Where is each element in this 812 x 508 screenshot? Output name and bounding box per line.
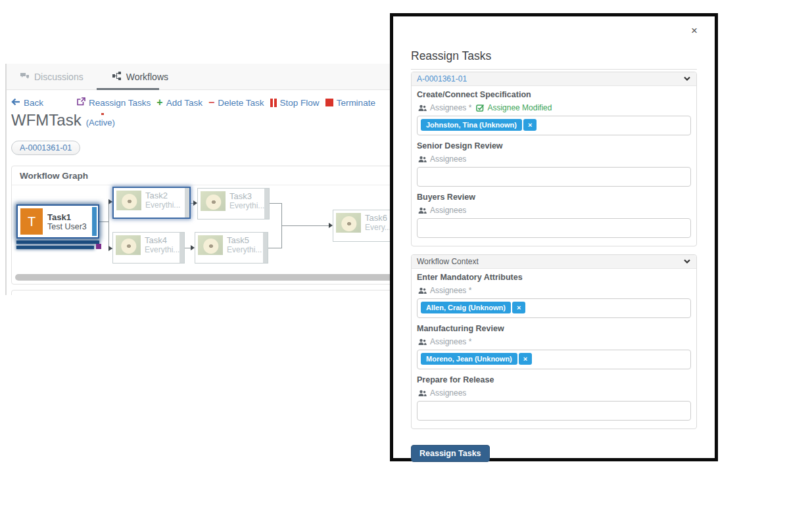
assignees-label-row: Assignees xyxy=(418,388,691,398)
task-name: Senior Design Review xyxy=(417,141,691,150)
assignees-label-row: Assignees * xyxy=(418,337,691,346)
task-node-subtitle: Everythi... xyxy=(145,200,180,210)
task-assign-block: Buyers Review Assignees xyxy=(417,193,691,238)
assignees-label: Assignees * xyxy=(430,286,471,295)
modal-title: Reassign Tasks xyxy=(411,49,697,63)
chip-remove-button[interactable]: × xyxy=(512,302,525,313)
stop-square-icon xyxy=(325,99,333,106)
task-node-task6[interactable]: Task6 Every... xyxy=(333,210,390,242)
assignees-input[interactable] xyxy=(417,167,691,187)
task-name: Buyers Review xyxy=(417,193,691,202)
connector-line xyxy=(108,202,109,249)
task-node-title: Task4 xyxy=(145,235,179,245)
assignee-chip[interactable]: Johnston, Tina (Unknown) × xyxy=(421,119,537,131)
tab-label: Discussions xyxy=(34,72,84,82)
assignee-chip[interactable]: Allen, Craig (Unknown) × xyxy=(421,302,525,313)
workflow-graph-panel: Workflow Graph T Task1 Test User3 xyxy=(11,166,390,285)
workflow-toolbar: Back Reassign Tasks + Add Task − Delete … xyxy=(11,97,381,108)
assignees-input[interactable] xyxy=(417,218,691,238)
terminate-button[interactable]: Terminate xyxy=(325,98,375,108)
stop-flow-button[interactable]: Stop Flow xyxy=(270,98,320,108)
users-icon xyxy=(418,338,427,346)
task-assign-block: Prepare for Release Assignees xyxy=(417,375,691,421)
flower-thumbnail xyxy=(116,191,141,210)
assignees-label: Assignees xyxy=(430,388,466,398)
task-node-subtitle: Everythi... xyxy=(229,201,264,210)
assignees-label: Assignees xyxy=(430,154,466,164)
chip-remove-button[interactable]: × xyxy=(523,119,537,131)
modal-divider xyxy=(411,69,697,70)
accordion-header-label: A-0001361-01 xyxy=(417,74,467,83)
tab-label: Workflows xyxy=(126,72,168,82)
task-node-task5[interactable]: Task5 Everythi... xyxy=(195,232,268,264)
task1-stack-layer xyxy=(16,241,99,244)
reassign-tasks-modal: × Reassign Tasks A-0001361-01 Create/Con… xyxy=(390,13,718,461)
users-icon xyxy=(418,156,427,163)
checkbox-checked-icon xyxy=(476,104,485,112)
assignees-input[interactable] xyxy=(417,401,691,421)
assignees-input[interactable]: Moreno, Jean (Unknown) × xyxy=(417,350,691,369)
assignees-label: Assignees xyxy=(430,206,466,215)
task-assign-block: Create/Connect Specification Assignees *… xyxy=(417,90,691,135)
connector-line xyxy=(270,203,281,204)
next-panel-sliver xyxy=(11,290,390,295)
task-node-assignee: Test User3 xyxy=(47,222,87,231)
task-assign-block: Senior Design Review Assignees xyxy=(417,141,691,187)
accordion-section-context: Workflow Context Enter Mandatory Attribu… xyxy=(411,254,697,429)
workflows-icon xyxy=(112,72,122,82)
task-node-task4[interactable]: Task4 Everythi... xyxy=(112,232,185,264)
pause-icon xyxy=(270,99,277,107)
assignee-chip-label: Allen, Craig (Unknown) xyxy=(421,302,511,313)
tab-workflows[interactable]: Workflows xyxy=(112,72,168,82)
task-node-strip xyxy=(179,233,184,263)
accordion-body: Create/Connect Specification Assignees *… xyxy=(412,86,696,246)
task-name: Prepare for Release xyxy=(417,375,691,384)
task-name: Create/Connect Specification xyxy=(417,90,691,99)
chevron-down-icon xyxy=(683,257,691,266)
connector-line xyxy=(281,225,329,226)
users-icon xyxy=(418,390,427,397)
accordion-header-item[interactable]: A-0001361-01 xyxy=(412,72,696,86)
flower-thumbnail xyxy=(336,213,361,233)
page-title-row: WFMTask (Active) xyxy=(11,111,115,129)
task-node-task3[interactable]: Task3 Everythi... xyxy=(197,188,270,219)
item-badge[interactable]: A-0001361-01 xyxy=(11,141,80,155)
discussions-icon xyxy=(20,72,30,82)
close-icon[interactable]: × xyxy=(691,24,698,37)
task-node-strip xyxy=(185,188,189,218)
back-button[interactable]: Back xyxy=(11,98,43,108)
task-node-strip xyxy=(264,189,269,219)
assignee-chip-label: Johnston, Tina (Unknown) xyxy=(421,119,522,131)
task1-marker xyxy=(96,244,101,249)
assignees-input[interactable]: Allen, Craig (Unknown) × xyxy=(417,298,691,318)
task-node-task2[interactable]: Task2 Everythi... xyxy=(112,187,191,219)
task1-status-strip xyxy=(92,207,97,236)
reassign-tasks-button[interactable]: Reassign Tasks xyxy=(76,97,151,108)
plus-icon: + xyxy=(156,99,162,106)
users-icon xyxy=(418,104,427,112)
tab-discussions[interactable]: Discussions xyxy=(20,72,84,82)
assignees-input[interactable]: Johnston, Tina (Unknown) × xyxy=(417,116,691,135)
task-node-task1[interactable]: T Task1 Test User3 xyxy=(16,204,99,249)
task1-stack-layer xyxy=(16,246,94,249)
delete-task-button[interactable]: − Delete Task xyxy=(208,98,264,108)
task1-initial-icon: T xyxy=(20,208,43,235)
minus-icon: − xyxy=(208,99,214,106)
assignee-chip[interactable]: Moreno, Jean (Unknown) × xyxy=(421,353,532,365)
task-node-strip xyxy=(263,233,268,263)
task-node-title: Task2 xyxy=(145,191,180,200)
assignee-modified-flag: Assignee Modified xyxy=(476,103,552,112)
reassign-tasks-submit-button[interactable]: Reassign Tasks xyxy=(411,445,490,462)
chip-remove-button[interactable]: × xyxy=(519,353,532,365)
accordion-header-label: Workflow Context xyxy=(417,257,479,266)
graph-horizontal-scrollbar[interactable] xyxy=(15,274,390,281)
users-icon xyxy=(418,207,427,214)
task-node-title: Task3 xyxy=(229,191,264,201)
add-task-button[interactable]: + Add Task xyxy=(156,98,203,108)
reassign-share-icon xyxy=(76,97,85,108)
accordion-header-context[interactable]: Workflow Context xyxy=(412,255,696,269)
assignees-label: Assignees * xyxy=(430,337,471,346)
task-name: Enter Mandatory Attributes xyxy=(417,273,691,282)
assignees-label-row: Assignees * Assignee Modified xyxy=(418,103,691,112)
content-area: Discussions Workflows Back xyxy=(5,64,390,295)
